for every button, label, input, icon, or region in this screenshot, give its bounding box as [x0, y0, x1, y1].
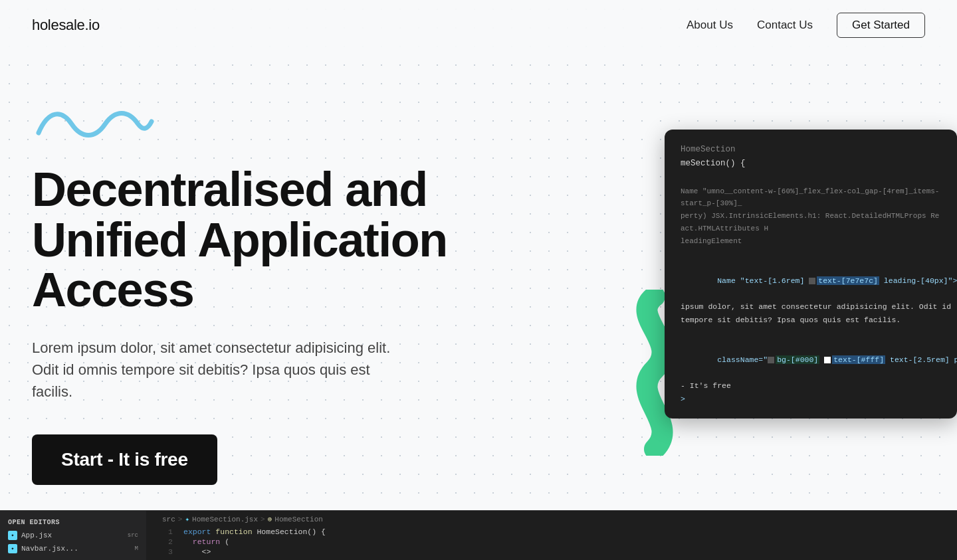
code-content-1: export function HomeSection() { [183, 527, 326, 536]
breadcrumb-sep2: > [261, 515, 265, 523]
breadcrumb-src: src [162, 515, 175, 523]
logo: holesale.io [32, 17, 100, 34]
line-num-3: 3 [162, 547, 173, 556]
breadcrumb: src > ✦ HomeSection.jsx > ⊕ HomeSection [162, 515, 888, 523]
file-name-app: App.jsx [21, 531, 52, 539]
hero-description: Lorem ipsum dolor, sit amet consectetur … [32, 337, 404, 403]
code-line-2: 2 return ( [162, 537, 888, 546]
line-num-1: 1 [162, 527, 173, 536]
vscode-sidebar: OPEN EDITORS ✦ App.jsx src ✦ Navbar.jsx.… [0, 511, 146, 561]
open-editors-label: OPEN EDITORS [0, 516, 146, 529]
hero-left: Decentralised and Unified Application Ac… [32, 90, 497, 485]
code-line-1: 1 export function HomeSection() { [162, 527, 888, 536]
cta-button[interactable]: Start - It is free [32, 434, 217, 485]
nav-links: About Us Contact Us Get Started [687, 13, 925, 38]
file-badge-m: M [135, 545, 138, 552]
hero-section: Decentralised and Unified Application Ac… [0, 50, 957, 515]
code-line-3: 3 <> [162, 547, 888, 556]
react-icon-2: ✦ [8, 544, 17, 553]
hero-title: Decentralised and Unified Application Ac… [32, 165, 497, 316]
file-app-jsx[interactable]: ✦ App.jsx src [0, 529, 146, 542]
vscode-panel: OPEN EDITORS ✦ App.jsx src ✦ Navbar.jsx.… [0, 510, 957, 560]
code-content-2: return ( [183, 537, 229, 546]
vscode-editor: src > ✦ HomeSection.jsx > ⊕ HomeSection … [146, 511, 904, 561]
file-navbar-jsx[interactable]: ✦ Navbar.jsx... M [0, 542, 146, 555]
get-started-button[interactable]: Get Started [837, 13, 925, 38]
navbar: holesale.io About Us Contact Us Get Star… [0, 0, 957, 50]
react-icon: ✦ [8, 531, 17, 540]
breadcrumb-file: HomeSection.jsx [192, 515, 258, 523]
about-link[interactable]: About Us [687, 19, 733, 32]
breadcrumb-sep1: > [178, 515, 183, 523]
wave-icon [32, 103, 497, 149]
breadcrumb-symbol-icon: ⊕ [268, 515, 272, 523]
file-name-navbar: Navbar.jsx... [21, 545, 78, 553]
file-badge-src: src [128, 532, 138, 539]
code-panel: HomeSection meSection() { Name "umno__co… [665, 130, 957, 419]
breadcrumb-symbol: HomeSection [274, 515, 323, 523]
contact-link[interactable]: Contact Us [757, 19, 813, 32]
code-content-3: <> [183, 547, 211, 556]
hero-right: HomeSection meSection() { Name "umno__co… [638, 130, 957, 419]
breadcrumb-component-icon: ✦ [185, 515, 189, 523]
line-num-2: 2 [162, 537, 173, 546]
code-lines: 1 export function HomeSection() { 2 retu… [162, 527, 888, 556]
